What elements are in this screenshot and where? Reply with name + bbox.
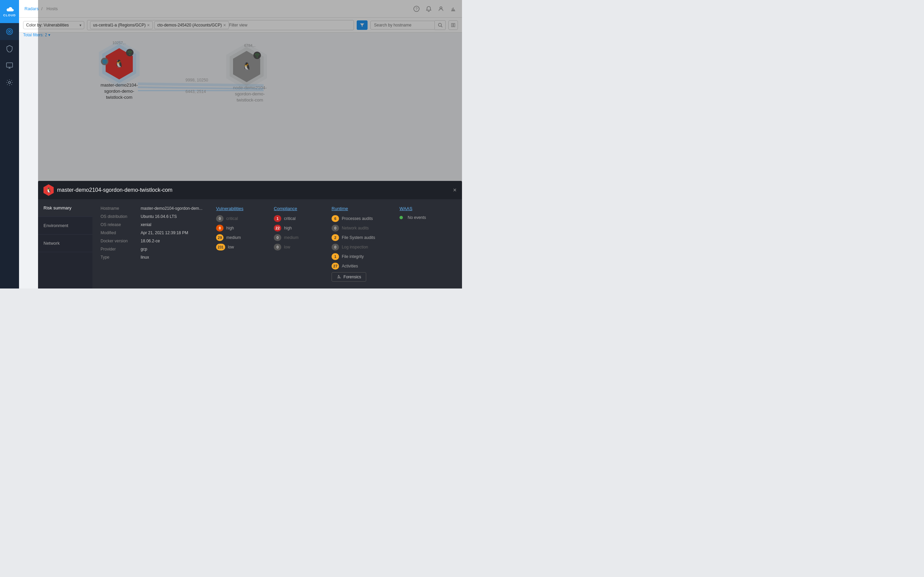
sidebar-logo[interactable]: CLOUD	[0, 0, 19, 23]
detail-panel: 🐧 master-demo2104-sgordon-demo-twistlock…	[38, 181, 462, 288]
runtime-fileintegrity-row: 1 File integrity	[331, 253, 386, 260]
info-row-hostname: Hostname master-demo2104-sgordon-dem...	[100, 206, 202, 211]
runtime-filesystem-row: 2 File System audits	[331, 234, 386, 241]
waas-section: WAAS No events	[399, 206, 440, 282]
info-label-hostname: Hostname	[100, 206, 138, 211]
waas-header[interactable]: WAAS	[399, 206, 440, 211]
svg-point-2	[9, 31, 10, 32]
info-label-os-release: OS release	[100, 222, 138, 227]
sidebar-nav-risk-label: Risk summary	[44, 205, 71, 210]
comp-medium-row: 0 medium	[274, 234, 318, 241]
info-label-modified: Modified	[100, 230, 138, 235]
info-row-os-release: OS release xenial	[100, 222, 202, 227]
info-row-docker: Docker version 18.06.2-ce	[100, 239, 202, 243]
info-value-type: linux	[141, 255, 149, 259]
detail-header-icon: 🐧	[44, 184, 54, 196]
comp-low-row: 0 low	[274, 244, 318, 250]
main-content: Radars / Hosts ? Color by: Vulnerabiliti…	[19, 0, 462, 288]
comp-critical-row: 1 critical	[274, 215, 318, 222]
runtime-network-label: Network audits	[342, 226, 368, 230]
compliance-section: Compliance 1 critical 22 high 0 medium	[274, 206, 318, 282]
runtime-header[interactable]: Runtime	[331, 206, 386, 211]
vuln-high-badge: 8	[216, 225, 223, 232]
runtime-processes-label: Processes audits	[342, 216, 373, 221]
info-value-modified: Apr 21, 2021 12:39:18 PM	[141, 230, 188, 235]
compliance-header[interactable]: Compliance	[274, 206, 318, 211]
breadcrumb-radars[interactable]: Radars	[24, 6, 39, 11]
waas-status-row: No events	[399, 215, 440, 220]
waas-status-label: No events	[408, 215, 426, 220]
vuln-medium-row: 29 medium	[216, 234, 260, 241]
svg-rect-3	[6, 63, 13, 67]
detail-panel-body: Risk summary Environment Network Hostnam…	[38, 199, 462, 288]
detail-close-button[interactable]: ×	[453, 187, 457, 193]
detail-panel-sidebar: Risk summary Environment Network	[38, 199, 92, 288]
info-label-os-dist: OS distribution	[100, 214, 138, 219]
detail-panel-header: 🐧 master-demo2104-sgordon-demo-twistlock…	[38, 181, 462, 199]
runtime-loginspect-row: 0 Log inspection	[331, 244, 386, 250]
comp-medium-badge: 0	[274, 234, 281, 241]
svg-point-4	[8, 81, 11, 84]
runtime-fileintegrity-badge: 1	[331, 253, 339, 260]
detail-panel-overlay: 🐧 master-demo2104-sgordon-demo-twistlock…	[38, 0, 462, 288]
info-value-provider: gcp	[141, 247, 147, 251]
gear-icon	[6, 79, 13, 86]
runtime-network-row: 0 Network audits	[331, 225, 386, 232]
vuln-high-label: high	[226, 226, 234, 230]
radar-icon	[6, 28, 13, 35]
vuln-high-row: 8 high	[216, 225, 260, 232]
info-label-provider: Provider	[100, 247, 138, 251]
sidebar-nav-risk[interactable]: Risk summary	[38, 199, 92, 217]
info-row-os-dist: OS distribution Ubuntu 16.04.6 LTS	[100, 214, 202, 219]
vuln-low-row: 231 low	[216, 244, 260, 250]
forensics-icon	[337, 275, 341, 279]
forensics-button-label: Forensics	[343, 275, 361, 279]
sidebar-nav-environment[interactable]: Environment	[38, 217, 92, 235]
vuln-critical-badge: 0	[216, 215, 223, 222]
runtime-activities-row: 27 Activities	[331, 263, 386, 269]
info-value-os-release: xenial	[141, 222, 151, 227]
runtime-activities-label: Activities	[342, 264, 358, 269]
sidebar-nav-network[interactable]: Network	[38, 235, 92, 252]
comp-low-label: low	[284, 245, 290, 250]
runtime-loginspect-label: Log inspection	[342, 245, 368, 250]
sidebar-item-radar[interactable]	[0, 23, 19, 40]
info-row-provider: Provider gcp	[100, 247, 202, 251]
runtime-processes-row: 6 Processes audits	[331, 215, 386, 222]
info-value-docker: 18.06.2-ce	[141, 239, 160, 243]
runtime-activities-badge: 27	[331, 263, 339, 269]
monitor-icon	[6, 62, 13, 69]
vuln-medium-label: medium	[226, 235, 241, 240]
comp-high-badge: 22	[274, 225, 281, 232]
runtime-filesystem-label: File System audits	[342, 235, 375, 240]
detail-header-title: master-demo2104-sgordon-demo-twistlock-c…	[57, 187, 173, 193]
comp-high-label: high	[284, 226, 292, 230]
forensics-button[interactable]: Forensics	[331, 272, 366, 282]
info-row-type: Type linux	[100, 255, 202, 259]
sidebar-item-defend[interactable]	[0, 40, 19, 57]
vuln-critical-label: critical	[226, 216, 238, 221]
info-label-type: Type	[100, 255, 138, 259]
sidebar-item-settings[interactable]	[0, 74, 19, 91]
runtime-filesystem-badge: 2	[331, 234, 339, 241]
cloud-icon	[5, 6, 14, 13]
info-label-docker: Docker version	[100, 239, 138, 243]
runtime-network-badge: 0	[331, 225, 339, 232]
comp-critical-badge: 1	[274, 215, 281, 222]
comp-high-row: 22 high	[274, 225, 318, 232]
sidebar-item-monitor[interactable]	[0, 57, 19, 74]
vulnerabilities-header[interactable]: Vulnerabilities	[216, 206, 260, 211]
info-row-modified: Modified Apr 21, 2021 12:39:18 PM	[100, 230, 202, 235]
info-table: Hostname master-demo2104-sgordon-dem... …	[100, 206, 202, 282]
vuln-medium-badge: 29	[216, 234, 223, 241]
comp-medium-label: medium	[284, 235, 299, 240]
sidebar-nav-network-label: Network	[44, 241, 60, 246]
detail-panel-content: Hostname master-demo2104-sgordon-dem... …	[92, 199, 462, 288]
info-value-os-dist: Ubuntu 16.04.6 LTS	[141, 214, 177, 219]
comp-critical-label: critical	[284, 216, 296, 221]
runtime-loginspect-badge: 0	[331, 244, 339, 250]
waas-status-dot	[399, 216, 403, 219]
sidebar-logo-text: CLOUD	[3, 14, 16, 17]
runtime-processes-badge: 6	[331, 215, 339, 222]
info-value-hostname: master-demo2104-sgordon-dem...	[141, 206, 202, 211]
